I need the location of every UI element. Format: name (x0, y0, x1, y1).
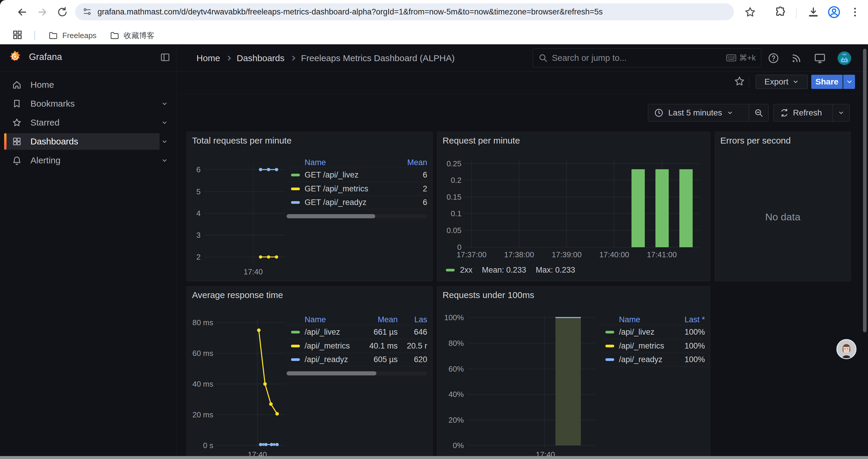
series-color-swatch[interactable] (606, 345, 614, 347)
sidebar-item-alerting[interactable]: Alerting (0, 151, 176, 170)
svg-text:17:38:00: 17:38:00 (504, 250, 534, 259)
address-bar[interactable]: grafana.mathmast.com/d/deytv4rwavabkb/fr… (75, 3, 734, 21)
sidebar-nav: Home Bookmarks Starred Dashboards Alerti… (0, 75, 176, 170)
clock-icon (654, 108, 663, 118)
extensions-button[interactable] (775, 5, 787, 19)
sidebar-item-label: Dashboards (30, 136, 78, 146)
bookmark-page-button[interactable] (744, 5, 756, 19)
legend-row[interactable]: /api/_metrics40.1 ms20.5 r (286, 339, 427, 353)
legend-value: 605 µs (353, 355, 398, 364)
bookmark-icon (12, 99, 22, 109)
breadcrumb-item[interactable]: Home (196, 53, 220, 63)
forward-button[interactable] (35, 5, 49, 19)
sidebar-item-starred[interactable]: Starred (0, 113, 176, 132)
legend-scrollbar[interactable] (286, 214, 427, 218)
bookmark-folder[interactable]: Freeleaps (48, 30, 97, 41)
breadcrumb-item[interactable]: Dashboards (237, 53, 284, 63)
header-icons (768, 44, 851, 72)
legend-column-header[interactable]: Mean (392, 158, 427, 167)
legend-row[interactable]: GET /api/_metrics2 (286, 182, 427, 196)
svg-text:3: 3 (196, 231, 200, 239)
vertical-scrollbar[interactable] (863, 49, 867, 332)
sidebar: Grafana Home Bookmarks Starred Dashboard… (0, 44, 176, 459)
zoom-out-button[interactable] (749, 108, 769, 118)
kebab-menu-icon (849, 6, 861, 18)
chevron-down-icon[interactable] (161, 100, 168, 107)
svg-text:2: 2 (196, 253, 200, 261)
legend-column-header[interactable]: Mean (353, 315, 398, 324)
series-color-swatch[interactable] (291, 358, 300, 361)
chevron-down-icon[interactable] (161, 119, 168, 126)
area-chart: 100%80%60%40%20%0%17:40 (437, 287, 711, 459)
series-color-swatch[interactable] (606, 331, 614, 333)
folder-icon (48, 30, 58, 40)
legend-row[interactable]: GET /api/_readyz6 (286, 196, 427, 209)
help-icon[interactable] (768, 52, 779, 64)
legend-row[interactable]: GET /api/_livez6 (286, 168, 427, 182)
browser-menu-button[interactable] (849, 5, 861, 19)
favorite-dashboard-button[interactable] (734, 75, 745, 88)
legend-row[interactable]: /api/_livez661 µs646 (286, 325, 427, 339)
back-button[interactable] (16, 5, 29, 19)
panel-title[interactable]: Errors per second (720, 136, 790, 145)
downloads-button[interactable] (807, 5, 819, 19)
series-color-swatch[interactable] (291, 331, 300, 333)
series-color-swatch[interactable] (291, 201, 300, 204)
export-button[interactable]: Export (756, 75, 808, 89)
legend-value: 646 (398, 328, 427, 337)
svg-text:20 ms: 20 ms (192, 410, 213, 419)
legend-header: NameLast * (601, 314, 705, 325)
legend-row[interactable]: /api/_readyz100% (601, 353, 705, 366)
chevron-down-icon[interactable] (161, 138, 168, 145)
series-name[interactable]: 2xx (460, 266, 472, 275)
legend-column-header[interactable]: Last * (673, 315, 705, 324)
breadcrumb-separator-icon (290, 56, 295, 61)
chevron-down-icon[interactable] (161, 157, 168, 164)
legend-row[interactable]: /api/_metrics100% (601, 339, 705, 353)
site-settings-icon[interactable] (82, 7, 92, 17)
series-color-swatch[interactable] (291, 345, 300, 347)
time-range-picker[interactable]: Last 5 minutes (648, 108, 749, 118)
bookmark-folder-list: Freeleaps收藏博客 (35, 30, 155, 41)
search-placeholder: Search or jump to... (552, 53, 726, 63)
profile-button[interactable] (827, 5, 841, 19)
legend-row[interactable]: /api/_livez100% (601, 325, 705, 339)
bookmark-folder[interactable]: 收藏博客 (110, 30, 155, 41)
sidebar-item-home[interactable]: Home (0, 75, 176, 94)
legend-row[interactable]: /api/_readyz605 µs620 (286, 353, 427, 366)
back-icon (16, 6, 28, 18)
sidebar-toggle-button[interactable] (160, 52, 170, 64)
sidebar-item-bookmarks[interactable]: Bookmarks (0, 94, 176, 113)
monitor-icon[interactable] (814, 52, 826, 64)
floating-avatar-widget[interactable] (836, 339, 857, 359)
share-button[interactable]: Share (811, 75, 843, 89)
series-color-swatch[interactable] (291, 188, 300, 190)
apps-grid-button[interactable] (12, 29, 23, 42)
legend-column-header[interactable]: Las (398, 315, 427, 324)
legend-table: NameMean GET /api/_livez6 GET /api/_metr… (286, 157, 427, 209)
share-menu-button[interactable] (843, 75, 855, 89)
apps-grid-icon (12, 29, 23, 40)
refresh-interval-button[interactable] (833, 109, 849, 116)
bookmarks-bar: Freeleaps收藏博客 (0, 27, 868, 44)
user-avatar[interactable] (837, 51, 851, 65)
sidebar-item-dashboards[interactable]: Dashboards (0, 132, 176, 151)
news-rss-icon[interactable] (790, 52, 802, 64)
search-shortcut: ⌘+k (726, 53, 756, 63)
refresh-button[interactable]: Refresh (773, 108, 833, 118)
legend-scrollbar[interactable] (286, 371, 427, 375)
star-icon (744, 6, 756, 18)
legend-value: 100% (673, 355, 705, 364)
reload-button[interactable] (56, 5, 69, 19)
horizontal-scrollbar[interactable] (0, 456, 868, 459)
brand[interactable]: Grafana (8, 50, 62, 64)
bar-chart: 0.250.20.150.10.05017:37:0017:38:0017:39… (437, 132, 711, 282)
search-input[interactable]: Search or jump to... ⌘+k (533, 48, 761, 67)
toolbar-divider (796, 8, 797, 18)
series-color-swatch[interactable] (291, 174, 300, 176)
url-text: grafana.mathmast.com/d/deytv4rwavabkb/fr… (97, 7, 603, 17)
svg-text:0%: 0% (453, 441, 464, 450)
star-outline-icon (734, 75, 745, 87)
download-icon (807, 6, 819, 18)
series-color-swatch[interactable] (606, 358, 614, 361)
